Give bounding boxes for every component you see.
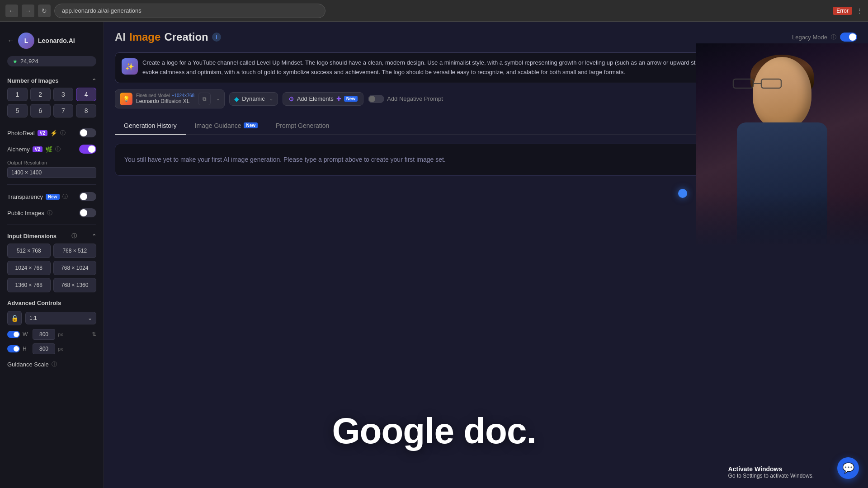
browser-controls: Error ⋮ <box>833 7 863 15</box>
sidebar-back-button[interactable]: ← <box>7 37 14 45</box>
error-badge: Error <box>833 7 852 15</box>
legacy-mode-toggle[interactable] <box>840 33 857 42</box>
plus-icon: ✚ <box>336 95 341 102</box>
style-icon: ◆ <box>234 95 239 103</box>
dim-768x1360[interactable]: 768 × 1360 <box>53 278 97 292</box>
person-head <box>753 57 811 129</box>
sidebar-header: ← L Leonardo.AI <box>0 29 104 56</box>
guidance-info-icon[interactable]: ⓘ <box>52 361 57 368</box>
back-button[interactable]: ← <box>5 5 18 17</box>
num-4-button[interactable]: 4 <box>76 88 96 101</box>
num-3-button[interactable]: 3 <box>53 88 74 101</box>
alchemy-toggle[interactable] <box>79 145 96 154</box>
model-info: Finetuned Model +1024×768 Leonardo Diffu… <box>136 93 194 104</box>
height-row: H px <box>7 343 96 354</box>
add-elements-label: Add Elements <box>297 95 334 102</box>
person-glasses <box>732 77 782 90</box>
avatar: L <box>18 33 34 49</box>
chevron-up-icon-2: ⌃ <box>92 233 96 239</box>
style-chevron-icon: ⌄ <box>269 96 273 101</box>
neg-prompt-toggle[interactable] <box>368 95 384 103</box>
blue-dot-indicator <box>678 189 687 198</box>
tab-prompt-generation[interactable]: Prompt Generation <box>267 117 338 135</box>
num-images-grid: 1 2 3 4 5 6 7 8 <box>0 88 104 125</box>
ratio-select[interactable]: 1:1 ⌄ <box>25 312 96 324</box>
num-7-button[interactable]: 7 <box>53 104 74 117</box>
num-images-section-title: Number of Images ⌃ <box>0 74 104 88</box>
copy-button[interactable]: ⧉ <box>198 93 211 105</box>
legacy-info-icon[interactable]: ⓘ <box>831 33 836 41</box>
photoreal-toggle[interactable] <box>79 128 96 137</box>
transparency-label: Transparency New ⓘ <box>7 193 68 201</box>
px-unit-h: px <box>58 346 63 352</box>
width-input[interactable] <box>33 329 55 340</box>
transparency-new-badge: New <box>46 194 60 200</box>
dim-768x1024[interactable]: 768 × 1024 <box>53 261 97 275</box>
browser-chrome: ← → ↻ app.leonardo.ai/ai-generations Err… <box>0 0 868 22</box>
height-input[interactable] <box>33 343 55 354</box>
credits-amount: 24,924 <box>20 58 38 65</box>
svg-rect-1 <box>761 79 781 88</box>
overlay-text: Google doc. <box>332 410 536 452</box>
refresh-button[interactable]: ↻ <box>38 5 51 17</box>
transparency-info-icon[interactable]: ⓘ <box>62 193 68 201</box>
dim-512x768[interactable]: 512 × 768 <box>7 244 51 258</box>
image-guidance-badge: New <box>244 122 258 128</box>
height-toggle[interactable] <box>7 345 20 352</box>
dim-1360x768[interactable]: 1360 × 768 <box>7 278 51 292</box>
legacy-mode-row: Legacy Mode ⓘ <box>792 33 857 42</box>
public-images-info-icon[interactable]: ⓘ <box>47 209 52 217</box>
svg-rect-0 <box>733 79 753 88</box>
divider-1 <box>7 184 96 185</box>
credits-icon: ★ <box>13 58 18 65</box>
alchemy-row: Alchemy V2 🌿 ⓘ <box>0 141 104 157</box>
width-toggle[interactable] <box>7 331 20 338</box>
lock-button[interactable]: 🔒 <box>7 311 22 325</box>
tab-generation-history[interactable]: Generation History <box>115 117 186 135</box>
url-text: app.leonardo.ai/ai-generations <box>62 7 142 14</box>
windows-notice: Activate Windows Go to Settings to activ… <box>728 465 814 479</box>
dim-768x512[interactable]: 768 × 512 <box>53 244 97 258</box>
title-info-icon[interactable]: i <box>212 33 221 42</box>
dim-1024x768[interactable]: 1024 × 768 <box>7 261 51 275</box>
elements-new-badge: New <box>344 96 358 102</box>
alchemy-label: Alchemy V2 🌿 ⓘ <box>7 145 61 153</box>
num-8-button[interactable]: 8 <box>76 104 96 117</box>
add-elements-button[interactable]: ⚙ Add Elements ✚ New <box>283 92 364 106</box>
model-icon: 💡 <box>120 93 132 105</box>
page-header: AI Image Creation i Legacy Mode ⓘ <box>115 31 857 43</box>
model-selector[interactable]: 💡 Finetuned Model +1024×768 Leonardo Dif… <box>115 89 225 108</box>
num-5-button[interactable]: 5 <box>7 104 28 117</box>
transparency-toggle[interactable] <box>79 192 96 201</box>
num-1-button[interactable]: 1 <box>7 88 28 101</box>
advanced-controls-title: Advanced Controls <box>7 300 96 306</box>
lightning-icon: ⚡ <box>50 130 57 136</box>
alchemy-v2-badge: V2 <box>33 146 42 152</box>
photoreal-info-icon[interactable]: ⓘ <box>60 129 66 137</box>
v2-badge: V2 <box>38 130 47 136</box>
guidance-scale-label: Guidance Scale <box>7 361 49 368</box>
more-menu[interactable]: ⋮ <box>857 7 863 14</box>
num-6-button[interactable]: 6 <box>30 104 51 117</box>
num-2-button[interactable]: 2 <box>30 88 51 101</box>
tab-image-guidance[interactable]: Image Guidance New <box>186 117 267 135</box>
px-unit-w: px <box>58 332 63 337</box>
windows-notice-title: Activate Windows <box>728 465 814 473</box>
dimension-grid: 512 × 768 768 × 512 1024 × 768 768 × 102… <box>0 244 104 296</box>
input-dim-info-icon[interactable]: ⓘ <box>71 232 77 240</box>
output-res-label: Output Resolution <box>7 160 96 165</box>
windows-notice-subtitle: Go to Settings to activate Windows. <box>728 473 814 479</box>
width-label: W <box>23 331 30 338</box>
photoreal-label: PhotoReal V2 ⚡ ⓘ <box>7 129 66 137</box>
finetuned-label: Finetuned Model <box>136 93 170 98</box>
empty-state-message: You still have yet to make your first AI… <box>124 156 446 163</box>
url-bar[interactable]: app.leonardo.ai/ai-generations <box>54 4 326 18</box>
public-images-toggle[interactable] <box>79 208 96 217</box>
person-overlay <box>696 43 868 247</box>
page-title: AI Image Creation i <box>115 31 221 43</box>
chat-button[interactable]: 💬 <box>837 457 859 479</box>
forward-button[interactable]: → <box>22 5 34 17</box>
style-selector[interactable]: ◆ Dynamic ⌄ <box>229 92 278 106</box>
user-name: Leonardo.AI <box>38 37 75 44</box>
alchemy-info-icon[interactable]: ⓘ <box>55 145 61 153</box>
